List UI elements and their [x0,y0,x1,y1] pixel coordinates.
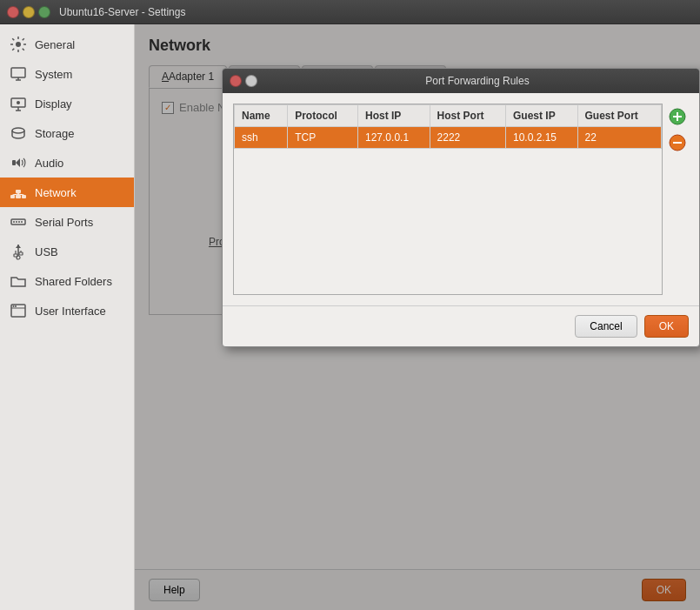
cell-name: ssh [235,127,288,149]
svg-point-18 [18,221,20,223]
table-scroll[interactable]: Name Protocol Host IP Host Port Guest IP… [234,104,662,294]
sidebar-item-system[interactable]: System [0,59,134,89]
gear-icon [9,35,28,54]
window-title: Ubuntu16-Server - Settings [59,6,185,18]
port-forwarding-table-container: Name Protocol Host IP Host Port Guest IP… [233,104,663,295]
port-forwarding-dialog: Port Forwarding Rules Name Proto [222,68,700,347]
table-row[interactable]: ssh TCP 127.0.0.1 2222 10.0.2.15 22 [235,127,662,149]
svg-point-29 [15,305,17,307]
col-host-ip: Host IP [358,105,430,127]
dialog-title-bar: Port Forwarding Rules [223,69,699,93]
svg-rect-11 [22,195,26,198]
cell-guest-port: 22 [577,127,661,149]
svg-point-6 [12,128,24,133]
sidebar-item-general[interactable]: General [0,30,134,59]
svg-rect-9 [16,190,21,193]
sidebar-item-serialports[interactable]: Serial Ports [0,207,134,237]
col-guest-port: Guest Port [577,105,661,127]
svg-rect-7 [12,160,16,165]
svg-rect-1 [11,68,25,77]
svg-point-5 [17,101,20,104]
sidebar-item-sharedfolders[interactable]: Shared Folders [0,266,134,296]
table-action-buttons [666,104,689,295]
svg-rect-8 [16,195,21,198]
port-forwarding-table: Name Protocol Host IP Host Port Guest IP… [234,104,662,149]
dialog-title: Port Forwarding Rules [263,75,692,87]
dialog-body: Name Protocol Host IP Host Port Guest IP… [223,93,699,305]
svg-point-19 [21,221,23,223]
svg-point-28 [13,305,15,307]
cell-host-port: 2222 [430,127,505,149]
svg-line-14 [18,194,24,195]
content-area: Network AAdapter 1 Adapter 2 Adapter 3 A… [135,24,700,610]
cell-host-ip: 127.0.0.1 [358,127,430,149]
sidebar-label-sharedfolders: Shared Folders [35,275,112,288]
sidebar-label-system: System [35,68,72,81]
main-window: General System Display Storage [0,24,700,610]
sidebar-item-userinterface[interactable]: User Interface [0,296,134,325]
add-rule-button[interactable] [666,105,689,128]
folder-icon [9,271,28,291]
sidebar-item-usb[interactable]: USB [0,237,134,266]
title-bar: Ubuntu16-Server - Settings [0,0,700,24]
cell-guest-ip: 10.0.2.15 [505,127,577,149]
maximize-button[interactable] [38,6,50,18]
network-icon [9,183,28,202]
col-host-port: Host Port [430,105,505,127]
cell-protocol: TCP [288,127,358,149]
sidebar-label-network: Network [35,186,77,199]
sidebar-item-display[interactable]: Display [0,89,134,118]
storage-icon [9,124,28,143]
dialog-overlay: Port Forwarding Rules Name Proto [135,24,700,610]
sidebar-item-network[interactable]: Network [0,178,134,207]
system-icon [9,64,28,84]
remove-rule-button[interactable] [666,131,689,154]
display-icon [9,94,28,113]
audio-icon [9,153,28,172]
sidebar-label-display: Display [35,97,72,111]
ok-button[interactable]: OK [644,315,689,338]
ui-icon [9,301,28,320]
svg-point-25 [17,256,20,259]
minimize-button[interactable] [23,6,35,18]
dialog-min-button[interactable] [245,75,257,87]
sidebar-label-audio: Audio [35,157,63,170]
svg-point-16 [13,221,15,223]
sidebar-label-usb: USB [35,245,58,258]
col-guest-ip: Guest IP [505,105,577,127]
col-name: Name [235,105,288,127]
sidebar-label-serialports: Serial Ports [35,216,93,229]
sidebar-item-audio[interactable]: Audio [0,148,134,178]
sidebar-item-storage[interactable]: Storage [0,118,134,148]
svg-rect-24 [19,252,23,255]
col-protocol: Protocol [288,105,358,127]
close-button[interactable] [7,6,19,18]
svg-point-17 [16,221,17,223]
dialog-close-button[interactable] [230,75,242,87]
sidebar-label-general: General [35,38,75,51]
dialog-footer: Cancel OK [223,305,699,346]
svg-point-0 [16,42,21,47]
svg-line-13 [13,194,19,195]
svg-rect-10 [10,195,15,198]
cancel-button[interactable]: Cancel [575,315,637,338]
sidebar-label-userinterface: User Interface [35,305,106,318]
sidebar: General System Display Storage [0,24,135,610]
dialog-window-controls [230,75,257,87]
sidebar-label-storage: Storage [35,127,75,140]
window-controls [7,6,50,18]
serial-icon [9,212,28,231]
usb-icon [9,242,28,261]
